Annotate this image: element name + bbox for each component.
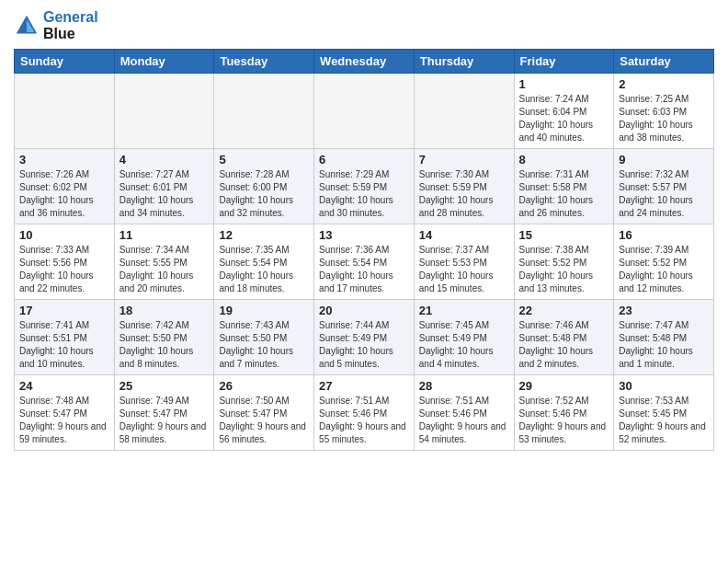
calendar-cell xyxy=(114,74,214,149)
day-number: 18 xyxy=(119,304,210,317)
calendar-cell: 22Sunrise: 7:46 AM Sunset: 5:48 PM Dayli… xyxy=(514,300,614,375)
day-number: 7 xyxy=(419,153,509,167)
day-number: 11 xyxy=(119,228,210,242)
week-row-1: 1Sunrise: 7:24 AM Sunset: 6:04 PM Daylig… xyxy=(15,74,714,149)
day-number: 26 xyxy=(219,379,309,393)
day-number: 15 xyxy=(519,228,609,242)
day-number: 12 xyxy=(219,228,309,242)
calendar-cell: 5Sunrise: 7:28 AM Sunset: 6:00 PM Daylig… xyxy=(214,149,314,224)
calendar-cell: 30Sunrise: 7:53 AM Sunset: 5:45 PM Dayli… xyxy=(614,375,714,451)
calendar-cell: 25Sunrise: 7:49 AM Sunset: 5:47 PM Dayli… xyxy=(114,375,214,451)
weekday-header-wednesday: Wednesday xyxy=(314,50,415,74)
day-number: 16 xyxy=(619,228,709,242)
calendar-cell: 4Sunrise: 7:27 AM Sunset: 6:01 PM Daylig… xyxy=(114,149,214,224)
calendar-cell: 29Sunrise: 7:52 AM Sunset: 5:46 PM Dayli… xyxy=(514,375,614,451)
day-info: Sunrise: 7:29 AM Sunset: 5:59 PM Dayligh… xyxy=(319,168,409,220)
logo-line1: General xyxy=(43,9,98,26)
weekday-header-sunday: Sunday xyxy=(15,50,115,74)
day-number: 9 xyxy=(619,153,709,167)
calendar-cell: 21Sunrise: 7:45 AM Sunset: 5:49 PM Dayli… xyxy=(414,300,514,375)
calendar-cell xyxy=(314,74,415,149)
week-row-4: 17Sunrise: 7:41 AM Sunset: 5:51 PM Dayli… xyxy=(15,300,714,375)
day-info: Sunrise: 7:37 AM Sunset: 5:53 PM Dayligh… xyxy=(419,244,509,295)
day-number: 2 xyxy=(619,77,709,91)
calendar-cell: 11Sunrise: 7:34 AM Sunset: 5:55 PM Dayli… xyxy=(114,224,214,300)
calendar-cell: 15Sunrise: 7:38 AM Sunset: 5:52 PM Dayli… xyxy=(514,224,614,300)
day-number: 10 xyxy=(19,228,109,242)
week-row-2: 3Sunrise: 7:26 AM Sunset: 6:02 PM Daylig… xyxy=(15,149,714,224)
day-number: 5 xyxy=(219,153,309,167)
day-info: Sunrise: 7:25 AM Sunset: 6:03 PM Dayligh… xyxy=(619,93,709,144)
page: General Blue SundayMondayTuesdayWednesda… xyxy=(0,0,728,460)
day-number: 4 xyxy=(119,153,210,167)
day-info: Sunrise: 7:44 AM Sunset: 5:49 PM Dayligh… xyxy=(319,319,409,371)
day-info: Sunrise: 7:46 AM Sunset: 5:48 PM Dayligh… xyxy=(519,319,609,371)
weekday-header-tuesday: Tuesday xyxy=(214,50,314,74)
day-number: 21 xyxy=(419,304,509,317)
weekday-header-friday: Friday xyxy=(514,50,614,74)
day-number: 29 xyxy=(519,379,609,393)
calendar-cell: 12Sunrise: 7:35 AM Sunset: 5:54 PM Dayli… xyxy=(214,224,314,300)
calendar-cell: 1Sunrise: 7:24 AM Sunset: 6:04 PM Daylig… xyxy=(514,74,614,149)
day-info: Sunrise: 7:31 AM Sunset: 5:58 PM Dayligh… xyxy=(519,168,609,220)
day-info: Sunrise: 7:32 AM Sunset: 5:57 PM Dayligh… xyxy=(619,168,709,220)
calendar-cell: 20Sunrise: 7:44 AM Sunset: 5:49 PM Dayli… xyxy=(314,300,415,375)
day-number: 13 xyxy=(319,228,409,242)
day-info: Sunrise: 7:51 AM Sunset: 5:46 PM Dayligh… xyxy=(419,395,509,446)
day-info: Sunrise: 7:27 AM Sunset: 6:01 PM Dayligh… xyxy=(119,168,210,220)
day-number: 8 xyxy=(519,153,609,167)
day-number: 3 xyxy=(19,153,109,167)
day-number: 20 xyxy=(319,304,409,317)
day-info: Sunrise: 7:42 AM Sunset: 5:50 PM Dayligh… xyxy=(119,319,210,371)
day-info: Sunrise: 7:50 AM Sunset: 5:47 PM Dayligh… xyxy=(219,395,309,446)
day-info: Sunrise: 7:43 AM Sunset: 5:50 PM Dayligh… xyxy=(219,319,309,371)
day-info: Sunrise: 7:34 AM Sunset: 5:55 PM Dayligh… xyxy=(119,244,210,295)
calendar-cell: 10Sunrise: 7:33 AM Sunset: 5:56 PM Dayli… xyxy=(15,224,115,300)
day-number: 17 xyxy=(19,304,109,317)
calendar-cell: 24Sunrise: 7:48 AM Sunset: 5:47 PM Dayli… xyxy=(15,375,115,451)
day-number: 19 xyxy=(219,304,309,317)
calendar-cell xyxy=(414,74,514,149)
calendar-cell: 6Sunrise: 7:29 AM Sunset: 5:59 PM Daylig… xyxy=(314,149,415,224)
calendar-cell: 19Sunrise: 7:43 AM Sunset: 5:50 PM Dayli… xyxy=(214,300,314,375)
day-number: 25 xyxy=(119,379,210,393)
day-info: Sunrise: 7:28 AM Sunset: 6:00 PM Dayligh… xyxy=(219,168,309,220)
day-number: 22 xyxy=(519,304,609,317)
day-info: Sunrise: 7:36 AM Sunset: 5:54 PM Dayligh… xyxy=(319,244,409,295)
logo-icon xyxy=(14,13,40,39)
day-info: Sunrise: 7:51 AM Sunset: 5:46 PM Dayligh… xyxy=(319,395,409,446)
calendar-cell: 9Sunrise: 7:32 AM Sunset: 5:57 PM Daylig… xyxy=(614,149,714,224)
day-info: Sunrise: 7:33 AM Sunset: 5:56 PM Dayligh… xyxy=(19,244,109,295)
calendar-cell: 2Sunrise: 7:25 AM Sunset: 6:03 PM Daylig… xyxy=(614,74,714,149)
week-row-3: 10Sunrise: 7:33 AM Sunset: 5:56 PM Dayli… xyxy=(15,224,714,300)
calendar-cell: 27Sunrise: 7:51 AM Sunset: 5:46 PM Dayli… xyxy=(314,375,415,451)
day-info: Sunrise: 7:52 AM Sunset: 5:46 PM Dayligh… xyxy=(519,395,609,446)
day-number: 28 xyxy=(419,379,509,393)
weekday-header-monday: Monday xyxy=(114,50,214,74)
day-info: Sunrise: 7:35 AM Sunset: 5:54 PM Dayligh… xyxy=(219,244,309,295)
day-number: 27 xyxy=(319,379,409,393)
calendar: SundayMondayTuesdayWednesdayThursdayFrid… xyxy=(14,49,714,451)
day-number: 23 xyxy=(619,304,709,317)
calendar-cell: 28Sunrise: 7:51 AM Sunset: 5:46 PM Dayli… xyxy=(414,375,514,451)
day-info: Sunrise: 7:26 AM Sunset: 6:02 PM Dayligh… xyxy=(19,168,109,220)
calendar-cell: 26Sunrise: 7:50 AM Sunset: 5:47 PM Dayli… xyxy=(214,375,314,451)
day-info: Sunrise: 7:39 AM Sunset: 5:52 PM Dayligh… xyxy=(619,244,709,295)
logo-line2: Blue xyxy=(43,26,98,42)
calendar-cell: 16Sunrise: 7:39 AM Sunset: 5:52 PM Dayli… xyxy=(614,224,714,300)
calendar-cell: 17Sunrise: 7:41 AM Sunset: 5:51 PM Dayli… xyxy=(15,300,115,375)
day-number: 6 xyxy=(319,153,409,167)
day-number: 14 xyxy=(419,228,509,242)
day-number: 30 xyxy=(619,379,709,393)
calendar-cell: 18Sunrise: 7:42 AM Sunset: 5:50 PM Dayli… xyxy=(114,300,214,375)
calendar-cell: 7Sunrise: 7:30 AM Sunset: 5:59 PM Daylig… xyxy=(414,149,514,224)
day-info: Sunrise: 7:53 AM Sunset: 5:45 PM Dayligh… xyxy=(619,395,709,446)
calendar-cell: 8Sunrise: 7:31 AM Sunset: 5:58 PM Daylig… xyxy=(514,149,614,224)
calendar-cell: 3Sunrise: 7:26 AM Sunset: 6:02 PM Daylig… xyxy=(15,149,115,224)
day-number: 1 xyxy=(519,77,609,91)
calendar-cell: 23Sunrise: 7:47 AM Sunset: 5:48 PM Dayli… xyxy=(614,300,714,375)
logo-area: General Blue xyxy=(14,9,98,41)
day-number: 24 xyxy=(19,379,109,393)
weekday-header-row: SundayMondayTuesdayWednesdayThursdayFrid… xyxy=(15,50,714,74)
calendar-cell xyxy=(214,74,314,149)
